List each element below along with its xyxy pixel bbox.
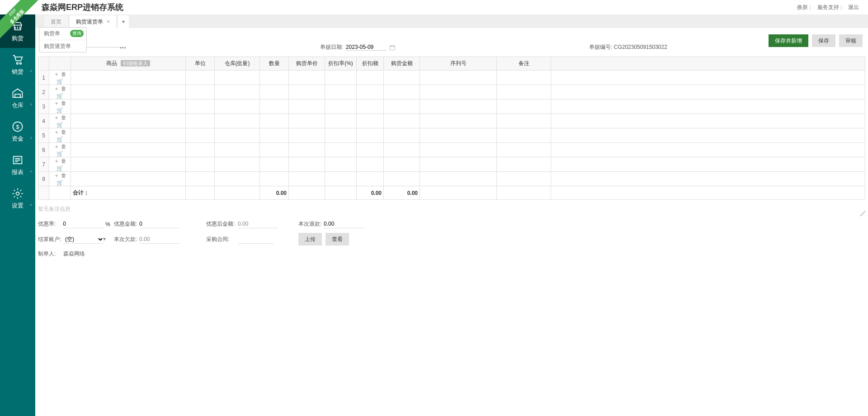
add-row-icon[interactable]: ＋ [54, 71, 59, 77]
doc-date-value[interactable]: 2023-05-09 [346, 44, 387, 51]
this-refund-input[interactable] [324, 220, 364, 228]
delete-row-icon[interactable]: 🗑 [61, 114, 66, 121]
upload-button[interactable]: 上传 [298, 233, 322, 246]
delete-row-icon[interactable]: 🗑 [61, 143, 66, 150]
audit-button[interactable]: 审核 [839, 34, 863, 47]
link-logout[interactable]: 退出 [848, 4, 859, 10]
account-select[interactable]: (空) [63, 235, 104, 244]
table-row[interactable]: 8＋🗑🛒 [38, 172, 865, 186]
tab-more-button[interactable]: ▾ [118, 15, 129, 28]
col-disc-rate: 折扣率(%) [325, 57, 357, 71]
table-row[interactable]: 2＋🗑🛒 [38, 85, 865, 99]
contract-input[interactable] [238, 235, 274, 244]
delete-row-icon[interactable]: 🗑 [61, 100, 66, 106]
sidebar-item-label: 仓库 [12, 101, 24, 109]
delete-row-icon[interactable]: 🗑 [61, 85, 66, 92]
add-row-icon[interactable]: ＋ [54, 172, 59, 179]
add-row-icon[interactable]: ＋ [54, 85, 59, 92]
table-row[interactable]: 6＋🗑🛒 [38, 143, 865, 157]
totals-label: 合计： [71, 186, 186, 200]
delete-row-icon[interactable]: 🗑 [61, 71, 66, 77]
sidebar-item-warehouse[interactable]: 仓库 › [0, 81, 35, 115]
svg-rect-4 [390, 45, 395, 49]
maker-label: 制单人: [38, 250, 63, 258]
submenu-item-label: 购货退货单 [44, 43, 71, 49]
table-row[interactable]: 4＋🗑🛒 [38, 114, 865, 128]
query-badge[interactable]: 查询 [70, 30, 84, 37]
add-row-icon[interactable]: ＋ [54, 129, 59, 135]
pick-item-icon[interactable]: 🛒 [57, 151, 63, 157]
chevron-right-icon: › [30, 102, 32, 107]
sidebar-item-sales[interactable]: 销货 › [0, 48, 35, 81]
sidebar-item-settings[interactable]: 设置 › [0, 182, 35, 215]
row-number: 7 [38, 157, 49, 172]
row-number: 8 [38, 172, 49, 186]
col-qty: 数量 [260, 57, 289, 71]
sidebar-item-label: 资金 [12, 135, 24, 143]
link-skin[interactable]: 换肤 [797, 4, 808, 10]
add-row-icon[interactable]: ＋ [54, 100, 59, 106]
gear-icon [11, 187, 24, 200]
save-button[interactable]: 保存 [812, 34, 835, 47]
table-row[interactable]: 1＋🗑🛒 [38, 71, 865, 85]
submenu-item-purchase-order[interactable]: 购货单 查询 [39, 28, 86, 40]
tab-label: 购货退货单 [76, 15, 103, 28]
pick-item-icon[interactable]: 🛒 [57, 122, 63, 128]
dollar-icon: $ [11, 120, 24, 133]
app-title: 森焱网ERP进销存系统 [42, 0, 123, 14]
tab-purchase-return[interactable]: 购货退货单 × [70, 15, 116, 28]
remarks-textarea[interactable]: 暂无备注信息 [38, 205, 865, 215]
disc-rate-input[interactable] [63, 220, 104, 228]
scan-input-badge[interactable]: 扫描枪录入 [121, 60, 150, 66]
calendar-icon[interactable] [389, 44, 396, 51]
disc-amt-input[interactable] [139, 220, 180, 228]
resize-handle-icon[interactable] [859, 210, 865, 216]
doc-no-value: CG202305091503022 [614, 44, 667, 50]
delete-row-icon[interactable]: 🗑 [61, 158, 66, 164]
totals-amount: 0.00 [384, 186, 420, 200]
table-row[interactable]: 5＋🗑🛒 [38, 128, 865, 143]
items-table: 商品 扫描枪录入 单位 仓库(批量) 数量 购货单价 折扣率(%) 折扣额 购货… [38, 57, 865, 200]
table-row[interactable]: 7＋🗑🛒 [38, 157, 865, 172]
disc-amt-label: 优惠金额: [114, 220, 139, 228]
sidebar-item-funds[interactable]: $ 资金 › [0, 115, 35, 148]
link-support[interactable]: 服务支持 [817, 4, 839, 10]
row-number: 3 [38, 99, 49, 114]
pick-item-icon[interactable]: 🛒 [57, 165, 63, 171]
pick-item-icon[interactable]: 🛒 [57, 93, 63, 99]
delete-row-icon[interactable]: 🗑 [61, 129, 66, 135]
tab-home[interactable]: 首页 [44, 15, 68, 28]
row-number: 4 [38, 114, 49, 128]
view-button[interactable]: 查看 [326, 233, 349, 246]
add-row-icon[interactable]: ＋ [54, 114, 59, 121]
submenu-item-purchase-return[interactable]: 购货退货单 [39, 40, 86, 52]
row-number: 6 [38, 143, 49, 157]
totals-disc-amt: 0.00 [357, 186, 384, 200]
delete-row-icon[interactable]: 🗑 [61, 172, 66, 179]
add-row-icon[interactable]: ＋ [54, 143, 59, 150]
svg-point-3 [16, 192, 19, 195]
chevron-right-icon: › [30, 68, 32, 73]
maker-value: 森焱网络 [63, 250, 85, 258]
pick-item-icon[interactable]: 🛒 [57, 180, 63, 186]
col-disc-amt: 折扣额 [357, 57, 384, 71]
sidebar-item-report[interactable]: 报表 › [0, 148, 35, 182]
close-icon[interactable]: × [107, 15, 110, 28]
doc-date-label: 单据日期: [320, 43, 343, 51]
save-and-new-button[interactable]: 保存并新增 [769, 34, 808, 47]
ellipsis-icon[interactable]: ··· [120, 44, 127, 52]
tab-label: 首页 [51, 15, 61, 28]
pick-item-icon[interactable]: 🛒 [57, 136, 63, 142]
pick-item-icon[interactable]: 🛒 [57, 107, 63, 113]
svg-text:$: $ [16, 123, 19, 130]
chevron-right-icon: › [30, 135, 32, 140]
pick-item-icon[interactable]: 🛒 [57, 78, 63, 85]
submenu-item-label: 购货单 [44, 30, 60, 37]
add-row-icon[interactable]: ＋ [54, 158, 59, 164]
after-amt-label: 优惠后金额: [206, 220, 238, 228]
sidebar-item-label: 设置 [12, 202, 24, 210]
disc-rate-label: 优惠率: [38, 220, 63, 228]
col-product: 商品 [106, 60, 117, 66]
account-label: 结算账户: [38, 236, 63, 243]
table-row[interactable]: 3＋🗑🛒 [38, 99, 865, 114]
